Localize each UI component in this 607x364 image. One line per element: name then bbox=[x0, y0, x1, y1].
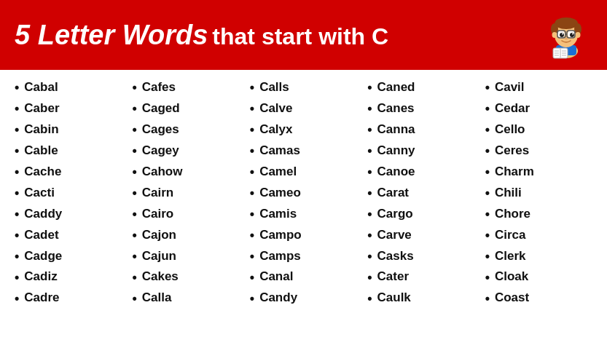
word-text: Canes bbox=[377, 100, 415, 117]
bullet-icon: • bbox=[132, 165, 136, 178]
bullet-icon: • bbox=[485, 165, 490, 178]
bullet-icon: • bbox=[485, 207, 490, 221]
word-text: Cargo bbox=[377, 206, 413, 223]
list-item: •Cafes bbox=[129, 77, 246, 98]
list-item: •Cagey bbox=[129, 141, 246, 162]
list-item: •Cache bbox=[12, 162, 129, 183]
word-text: Cadet bbox=[24, 227, 58, 244]
word-text: Caulk bbox=[377, 290, 411, 306]
words-content: •Cabal•Caber•Cabin•Cable•Cache•Cacti•Cad… bbox=[0, 70, 607, 316]
list-item: •Cages bbox=[129, 119, 246, 141]
list-item: •Canoe bbox=[364, 162, 482, 183]
bullet-icon: • bbox=[367, 144, 372, 157]
word-text: Casks bbox=[377, 248, 414, 265]
bullet-icon: • bbox=[15, 123, 19, 136]
svg-point-11 bbox=[560, 33, 564, 37]
list-item: •Caber bbox=[12, 98, 129, 119]
bullet-icon: • bbox=[367, 123, 372, 136]
svg-point-4 bbox=[555, 17, 578, 29]
bullet-icon: • bbox=[367, 81, 372, 94]
list-item: •Camel bbox=[247, 162, 364, 183]
bullet-icon: • bbox=[132, 292, 136, 305]
word-text: Canal bbox=[259, 269, 293, 285]
list-item: •Caulk bbox=[364, 288, 482, 309]
list-item: •Camps bbox=[247, 246, 364, 267]
bullet-icon: • bbox=[367, 207, 372, 221]
word-text: Cedar bbox=[495, 100, 530, 117]
list-item: •Campo bbox=[247, 225, 364, 246]
bullet-icon: • bbox=[15, 250, 19, 263]
list-item: •Carat bbox=[364, 183, 482, 204]
svg-point-13 bbox=[562, 33, 563, 35]
bullet-icon: • bbox=[367, 186, 372, 199]
list-item: •Casks bbox=[364, 246, 482, 267]
bullet-icon: • bbox=[250, 144, 254, 157]
word-column-5: •Cavil•Cedar•Cello•Ceres•Charm•Chili•Cho… bbox=[482, 77, 600, 309]
list-item: •Canny bbox=[364, 141, 482, 162]
bullet-icon: • bbox=[250, 186, 254, 199]
mascot-illustration bbox=[540, 9, 592, 61]
list-item: •Calla bbox=[129, 288, 246, 309]
word-text: Cabal bbox=[24, 79, 58, 96]
bullet-icon: • bbox=[250, 81, 254, 94]
list-item: •Canal bbox=[247, 266, 364, 288]
word-text: Cadge bbox=[24, 248, 62, 265]
bullet-icon: • bbox=[15, 165, 19, 178]
bullet-icon: • bbox=[367, 250, 372, 263]
word-text: Camas bbox=[259, 143, 300, 159]
word-text: Carat bbox=[377, 185, 409, 202]
word-text: Caddy bbox=[24, 206, 62, 223]
list-item: •Charm bbox=[482, 162, 600, 183]
bullet-icon: • bbox=[250, 271, 254, 284]
list-item: •Cacti bbox=[12, 183, 129, 204]
word-text: Caned bbox=[377, 79, 415, 96]
list-item: •Cakes bbox=[129, 266, 246, 288]
word-text: Calla bbox=[142, 290, 172, 306]
list-item: •Cadet bbox=[12, 225, 129, 246]
word-text: Clerk bbox=[495, 248, 526, 265]
word-text: Carve bbox=[377, 227, 412, 244]
word-text: Campo bbox=[259, 227, 302, 244]
word-text: Calyx bbox=[259, 122, 292, 138]
list-item: •Cello bbox=[482, 119, 600, 141]
list-item: •Cavil bbox=[482, 77, 600, 98]
list-item: •Cedar bbox=[482, 98, 600, 119]
word-text: Cadiz bbox=[24, 269, 57, 285]
list-item: •Clerk bbox=[482, 246, 600, 267]
list-item: •Coast bbox=[482, 288, 600, 309]
bullet-icon: • bbox=[485, 271, 490, 284]
list-item: •Caddy bbox=[12, 204, 129, 225]
word-text: Ceres bbox=[495, 143, 529, 159]
bullet-icon: • bbox=[15, 271, 19, 284]
bullet-icon: • bbox=[15, 292, 19, 305]
list-item: •Cater bbox=[364, 266, 482, 288]
list-item: •Chili bbox=[482, 183, 600, 204]
svg-point-12 bbox=[570, 33, 574, 37]
word-column-3: •Calls•Calve•Calyx•Camas•Camel•Cameo•Cam… bbox=[247, 77, 364, 309]
word-column-2: •Cafes•Caged•Cages•Cagey•Cahow•Cairn•Cai… bbox=[129, 77, 246, 309]
list-item: •Cairn bbox=[129, 183, 246, 204]
list-item: •Cabal bbox=[12, 77, 129, 98]
bullet-icon: • bbox=[250, 123, 254, 136]
svg-point-18 bbox=[565, 38, 568, 40]
word-text: Calls bbox=[259, 79, 289, 96]
list-item: •Ceres bbox=[482, 141, 600, 162]
header-title: 5 Letter Words that start with C bbox=[15, 20, 388, 51]
word-text: Cello bbox=[495, 122, 525, 138]
bullet-icon: • bbox=[485, 123, 490, 136]
bullet-icon: • bbox=[250, 102, 254, 115]
list-item: •Cameo bbox=[247, 183, 364, 204]
word-text: Cache bbox=[24, 164, 61, 181]
bullet-icon: • bbox=[367, 165, 372, 178]
bullet-icon: • bbox=[15, 81, 19, 94]
svg-point-7 bbox=[552, 32, 557, 38]
list-item: •Canes bbox=[364, 98, 482, 119]
list-item: •Cargo bbox=[364, 204, 482, 225]
bullet-icon: • bbox=[485, 186, 490, 199]
list-item: •Canna bbox=[364, 119, 482, 141]
word-column-1: •Cabal•Caber•Cabin•Cable•Cache•Cacti•Cad… bbox=[12, 77, 129, 309]
list-item: •Circa bbox=[482, 225, 600, 246]
bullet-icon: • bbox=[132, 271, 136, 284]
word-text: Cagey bbox=[142, 143, 179, 159]
list-item: •Cajun bbox=[129, 246, 246, 267]
